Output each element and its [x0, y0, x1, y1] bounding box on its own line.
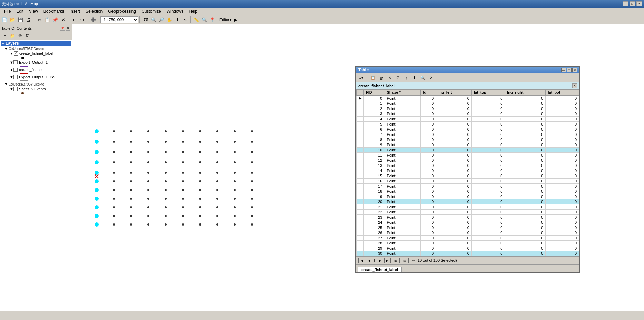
col-lng-left[interactable]: lng_left	[436, 90, 472, 96]
menu-geoprocessing[interactable]: Geoprocessing	[105, 8, 139, 14]
menu-insert[interactable]: Insert	[67, 8, 83, 14]
col-fid[interactable]: FID	[364, 90, 384, 96]
col-lat-top[interactable]: lat_top	[471, 90, 505, 96]
table-row[interactable]: 13 Point 0 0 0 0 0	[357, 163, 579, 168]
table-move-to-top-button[interactable]: ⬆	[411, 74, 418, 81]
select-button[interactable]: ↖	[182, 16, 189, 23]
table-row[interactable]: 26 Point 0 0 0 0 0	[357, 230, 579, 236]
open-button[interactable]: 📂	[9, 16, 16, 23]
zoom-in-button[interactable]: 🔍	[150, 16, 157, 23]
geocode-button[interactable]: 📍	[208, 16, 216, 23]
toc-checkbox-export1[interactable]	[13, 60, 18, 64]
new-button[interactable]: 📄	[1, 16, 8, 23]
table-row[interactable]: 21 Point 0 0 0 0 0	[357, 204, 579, 210]
print-button[interactable]: 🖨	[25, 16, 32, 23]
minimize-button[interactable]: —	[623, 1, 628, 6]
table-row[interactable]: 1 Point 0 0 0 0 0	[357, 101, 579, 106]
toc-checkbox-fishnet-label[interactable]: ✓	[14, 51, 18, 56]
toc-layer-fishnet-label-row[interactable]: ▼ ✓ create_fishnet_label	[9, 51, 71, 56]
table-row[interactable]: 17 Point 0 0 0 0 0	[357, 184, 579, 189]
undo-button[interactable]: ↩	[70, 16, 78, 23]
full-extent-button[interactable]: 🗺	[142, 16, 149, 23]
table-row[interactable]: 12 Point 0 0 0 0 0	[357, 158, 579, 163]
table-minimize-button[interactable]: —	[561, 68, 566, 72]
toc-layers-root[interactable]: ▼ Layers	[1, 41, 71, 46]
table-row[interactable]: 9 Point 0 0 0 0 0	[357, 142, 579, 148]
toc-layer-sheet1-row[interactable]: ▼ Sheet1$ Events	[9, 87, 71, 91]
toc-checkbox-fishnet[interactable]	[13, 68, 18, 72]
table-row[interactable]: 14 Point 0 0 0 0 0	[357, 168, 579, 173]
menu-bookmarks[interactable]: Bookmarks	[41, 8, 67, 14]
table-clear-selection-button[interactable]: ✕	[386, 74, 393, 81]
toc-close-button[interactable]: ✕	[66, 26, 70, 31]
toc-list-by-selection[interactable]: ☑	[24, 33, 31, 39]
close-button[interactable]: ✕	[636, 1, 642, 6]
toc-layer-export1-row[interactable]: ▼ Export_Output_1	[9, 60, 71, 65]
table-row[interactable]: 29 Point 0 0 0 0 0	[357, 246, 579, 251]
add-data-button[interactable]: ➕	[89, 16, 97, 23]
toc-layer-fishnet-row[interactable]: ▼ create_fishnet	[9, 67, 71, 72]
toc-subgroup-1-header[interactable]: ▼ C:\Users\37957\Deskto	[3, 46, 71, 51]
table-content[interactable]: FID Shape * Id lng_left lat_top lng_righ…	[356, 89, 579, 256]
table-row[interactable]: 10 Point 0 0 0 0 0	[357, 148, 579, 153]
table-close-button[interactable]: ✕	[572, 68, 577, 72]
toc-list-by-visibility[interactable]: 👁	[17, 33, 23, 39]
table-select-all-button[interactable]: ☑	[394, 74, 402, 81]
menu-file[interactable]: File	[1, 8, 13, 14]
nav-table-view-button[interactable]: ▦	[392, 258, 400, 263]
table-subtitle-close[interactable]: ✕	[572, 83, 577, 88]
nav-last-button[interactable]: ▶|	[384, 258, 391, 263]
map-canvas[interactable]: Table — □ ✕ ≡▾ 📋 🗑 ✕ ☑ ↕ ⬆ 🔍 ✕ c	[72, 24, 644, 311]
menu-windows[interactable]: Windows	[164, 8, 186, 14]
identify-button[interactable]: ℹ	[174, 16, 181, 23]
cut-button[interactable]: ✂	[36, 16, 43, 23]
menu-help[interactable]: Help	[186, 8, 200, 14]
edit-tool[interactable]: ▶	[232, 16, 240, 23]
menu-view[interactable]: View	[26, 8, 41, 14]
table-row[interactable]: 20 Point 0 0 0 0 0	[357, 199, 579, 204]
table-delete-selected-button[interactable]: ✕	[427, 74, 435, 81]
col-lng-right[interactable]: lng_right	[505, 90, 546, 96]
table-row[interactable]: 8 Point 0 0 0 0 0	[357, 137, 579, 142]
table-row[interactable]: 5 Point 0 0 0 0 0	[357, 122, 579, 127]
toc-checkbox-sheet1[interactable]	[13, 87, 18, 91]
table-row[interactable]: 11 Point 0 0 0 0 0	[357, 153, 579, 158]
pan-button[interactable]: ✋	[166, 16, 173, 23]
table-options-button[interactable]: ≡▾	[358, 74, 365, 81]
table-row[interactable]: 7 Point 0 0 0 0 0	[357, 132, 579, 137]
toc-layer-export1po-row[interactable]: ▼ Export_Output_1_Po	[9, 74, 71, 79]
menu-edit[interactable]: Edit	[13, 8, 26, 14]
menu-customize[interactable]: Customize	[139, 8, 164, 14]
table-invert-selection-button[interactable]: ↕	[402, 74, 410, 81]
menu-selection[interactable]: Selection	[83, 8, 105, 14]
nav-card-view-button[interactable]: ▤	[401, 258, 409, 263]
table-delete-button[interactable]: 🗑	[378, 74, 385, 81]
table-row[interactable]: 18 Point 0 0 0 0 0	[357, 189, 579, 194]
table-row[interactable]: 6 Point 0 0 0 0 0	[357, 127, 579, 132]
maximize-button[interactable]: □	[630, 1, 635, 6]
table-row[interactable]: 23 Point 0 0 0 0 0	[357, 215, 579, 220]
table-maximize-button[interactable]: □	[567, 68, 572, 72]
col-lat-bot[interactable]: lat_bot	[546, 90, 579, 96]
nav-next-button[interactable]: ▶	[377, 258, 383, 263]
table-row[interactable]: 4 Point 0 0 0 0 0	[357, 117, 579, 122]
paste-button[interactable]: 📌	[51, 16, 59, 23]
nav-prev-button[interactable]: ◀	[366, 258, 372, 263]
toc-list-by-drawing-order[interactable]: ≡	[1, 33, 8, 39]
zoom-out-button[interactable]: 🔎	[158, 16, 165, 23]
delete-button[interactable]: ✕	[59, 16, 67, 23]
table-zoom-to-button[interactable]: 🔍	[419, 74, 427, 81]
scale-dropdown[interactable]: 1 : 750, 000	[100, 16, 138, 23]
col-id[interactable]: Id	[421, 90, 436, 96]
toc-list-by-source[interactable]: 📁	[9, 33, 16, 39]
measure-button[interactable]: 📏	[193, 16, 200, 23]
table-tab-fishnet-label[interactable]: create_fishnet_label	[358, 267, 402, 272]
toc-pin-button[interactable]: 📌	[60, 26, 65, 31]
table-row[interactable]: 19 Point 0 0 0 0 0	[357, 194, 579, 199]
table-row[interactable]: 3 Point 0 0 0 0 0	[357, 111, 579, 117]
table-copy-button[interactable]: 📋	[369, 74, 377, 81]
table-row[interactable]: 22 Point 0 0 0 0 0	[357, 210, 579, 215]
table-row[interactable]: 28 Point 0 0 0 0 0	[357, 241, 579, 246]
col-shape[interactable]: Shape *	[384, 90, 421, 96]
save-button[interactable]: 💾	[17, 16, 24, 23]
